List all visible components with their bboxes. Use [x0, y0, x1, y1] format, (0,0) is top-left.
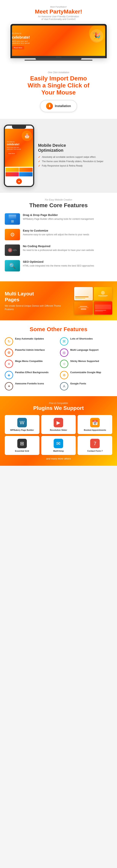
feature-cell-7: ⊕ Customizable Google Map: [60, 371, 112, 379]
feature-icon-3: ◎: [60, 348, 68, 357]
feature-cell-3: ◎ Multi Language Support: [60, 348, 112, 357]
plugin-card-4: ✉ MailChimp: [41, 436, 76, 455]
plugin-label-4: MailChimp: [53, 450, 64, 452]
import-line2: With a Single Click of: [6, 82, 111, 89]
mobile-feature-1: ✓ Absolutely all scrollable sections sup…: [38, 156, 113, 159]
installation-button[interactable]: ⬇ Installation: [40, 100, 77, 112]
mobile-heading-line2: Optimization: [38, 148, 113, 153]
feature-cell-4: ≡ Mega Menu Compatible: [5, 360, 57, 368]
phone-notch: [12, 126, 26, 129]
multilayout-line2: Pages: [5, 297, 70, 303]
feature-cell-label-6: Parallax Effect Backgrounds: [15, 371, 57, 374]
import-line1: Easily Import Demo: [6, 75, 111, 82]
section-multilayout: Multi Layout Pages We create Several Uni…: [0, 281, 117, 320]
meet-heading: Meet PartyMaker!: [4, 8, 113, 15]
phone-screen: It's time to celebrate! We'll make your …: [5, 129, 33, 167]
import-line3: Your Mouse: [6, 89, 111, 96]
plugin-icon-0: W: [17, 418, 27, 427]
core-small-tag: For Easy Website Creation: [5, 198, 112, 201]
plugin-icon-5: 7: [90, 439, 100, 448]
plugins-more: and many more others: [5, 457, 112, 460]
multilayout-heading: Multi Layout Pages: [5, 291, 70, 303]
meet-tagline: Meet PartyMaker!: [4, 6, 113, 8]
feature-desc-1: WPBakery Page Builder offers amazing too…: [23, 217, 94, 221]
feature-customize: ⚙ Easy to Customize Awesome easy-to-use …: [5, 229, 112, 240]
section-other-features: Some Other Features ↻ Easy Automatic Upd…: [0, 320, 117, 396]
laptop-screen: It's time to celebrate! We'll make your …: [12, 26, 105, 56]
feature-cell-0: ↻ Easy Automatic Updates: [5, 337, 57, 346]
plugin-icon-2: 📅: [90, 418, 100, 427]
feature-thumb-3: ⊘ </>: [5, 245, 20, 256]
laptop-foot: [25, 60, 92, 61]
phone-mockup: It's time to celebrate! We'll make your …: [4, 125, 34, 187]
plugin-label-1: Revolution Slider: [50, 429, 67, 431]
core-heading: Theme Core Features: [5, 202, 112, 209]
feature-icon-1: ⌘: [60, 337, 68, 346]
feature-title-3: No Coding Required: [23, 245, 94, 248]
phone-screen-deco: 🎂: [22, 131, 32, 141]
page-thumb-2: [94, 287, 112, 300]
feature-icon-5: ⊹: [60, 360, 68, 368]
feature-cell-8: ✦ Awesome Fontello Icons: [5, 382, 57, 391]
feature-cell-text-0: Easy Automatic Updates: [15, 337, 57, 340]
section-plugins: Free & Compatible Plugins We Support W W…: [0, 396, 117, 466]
feature-text-4: SEO Optimized HTML code integrated into …: [23, 260, 94, 268]
plugin-label-5: Contact Form 7: [87, 450, 103, 452]
feature-text-1: Drag & Drop Page Builder WPBakery Page B…: [23, 213, 94, 221]
drag-drop-icon: ⊞: [8, 215, 16, 223]
laptop-mockup: It's time to celebrate! We'll make your …: [10, 24, 107, 58]
no-coding-icon: ⊘ </>: [8, 248, 17, 252]
multilayout-line1: Multi Layout: [5, 291, 70, 297]
multilayout-desc: We create Several Unique Demos with Diff…: [5, 304, 70, 311]
multilayout-pages: [74, 287, 112, 315]
plugin-icon-1: ▶: [54, 418, 63, 427]
mobile-heading-line1: Mobile Device: [38, 143, 113, 148]
feature-thumb-1: ⊞: [5, 213, 20, 225]
mobile-feature-2: ✓ The theme uses Mobile Friendly sliders…: [38, 160, 113, 163]
feature-thumb-2: ⚙: [5, 229, 20, 240]
feature-cell-label-7: Customizable Google Map: [70, 371, 112, 374]
mobile-heading: Mobile Device Optimization: [38, 143, 113, 153]
page-thumb-4: [94, 301, 112, 315]
feature-cell-text-8: Awesome Fontello Icons: [15, 382, 57, 385]
feature-desc-4: HTML code integrated into the theme meet…: [23, 264, 94, 268]
phone-gallery: [5, 167, 33, 177]
feature-text-3: No Coding Required No need to be a profe…: [23, 245, 94, 252]
page-thumb-3: [74, 301, 93, 315]
phone-bottom: ●: [5, 177, 33, 186]
install-icon: ⬇: [46, 103, 53, 110]
section-meet: Meet PartyMaker! Meet PartyMaker! An Awe…: [0, 0, 117, 64]
feature-icon-9: A: [60, 382, 68, 391]
plugin-label-0: WPBakery Page Builder: [10, 429, 34, 431]
check-icon-1: ✓: [38, 155, 40, 159]
plugin-icon-4: ✉: [54, 439, 63, 448]
feature-seo: 🔍 SEO Optimized HTML code integrated int…: [5, 260, 112, 272]
feature-desc-3: No need to be a professional web develop…: [23, 248, 94, 252]
feature-title-2: Easy to Customize: [23, 229, 89, 232]
plugins-small-tag: Free & Compatible: [5, 402, 112, 405]
feature-cell-label-8: Awesome Fontello Icons: [15, 382, 57, 385]
feature-cell-label-9: Google Fonts: [70, 382, 112, 385]
mobile-feature-3: ✓ Fully Responsive layout & Retina Ready: [38, 164, 113, 167]
feature-cell-5: ⊹ Sticky Menus Supported: [60, 360, 112, 368]
check-icon-2: ✓: [38, 160, 40, 163]
plugins-grid: W WPBakery Page Builder ▶ Revolution Sli…: [5, 415, 112, 455]
feature-icon-6: ◈: [5, 371, 13, 379]
feature-icon-0: ↻: [5, 337, 13, 346]
feature-cell-1: ⌘ Lots of Shortcodes: [60, 337, 112, 346]
feature-desc-2: Awesome easy-to-use options will adjust …: [23, 233, 89, 236]
mobile-content: Mobile Device Optimization ✓ Absolutely …: [38, 143, 113, 169]
feature-cell-2: ⚙ Powerful Admin Interface: [5, 348, 57, 357]
plugin-card-3: ⊞ Essential Grid: [5, 436, 39, 455]
feature-cell-6: ◈ Parallax Effect Backgrounds: [5, 371, 57, 379]
multilayout-text: Multi Layout Pages We create Several Uni…: [5, 291, 70, 311]
feature-icon-2: ⚙: [5, 348, 13, 357]
feature-cell-text-3: Multi Language Support: [70, 348, 112, 352]
section-import: One Click Installation Easily Import Dem…: [0, 64, 117, 119]
feature-cell-text-5: Sticky Menus Supported: [70, 360, 112, 363]
laptop-screen-decoration: 🎉: [84, 26, 105, 56]
check-icon-3: ✓: [38, 164, 40, 167]
feature-cell-text-1: Lots of Shortcodes: [70, 337, 112, 340]
feature-cell-label-3: Multi Language Support: [70, 348, 112, 352]
meet-subtitle1: An Awesome User-Friendly Combination: [4, 15, 113, 18]
